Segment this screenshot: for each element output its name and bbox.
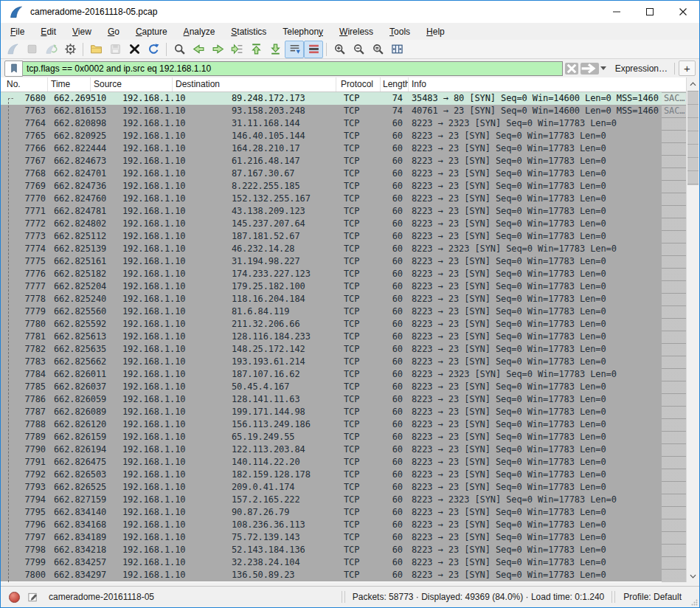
menu-analyze[interactable]: Analyze: [176, 24, 223, 39]
packet-row[interactable]: 7770662.824760192.168.1.10152.132.255.16…: [1, 193, 686, 205]
column-header-source[interactable]: Source: [91, 77, 173, 91]
zoom-out-button[interactable]: [349, 41, 368, 58]
column-header-destination[interactable]: Destination: [173, 77, 336, 91]
menu-statistics[interactable]: Statistics: [223, 24, 274, 39]
cell-info: 8223 → 23 [SYN] Seq=0 Win=17783 Len=0: [409, 180, 686, 193]
packet-row[interactable]: 7799662.834257192.168.1.1032.238.24.104T…: [1, 556, 686, 569]
maximize-button[interactable]: [633, 1, 666, 23]
colorize-packets-button[interactable]: [304, 41, 323, 58]
packet-row[interactable]: 7783662.825662192.168.1.10193.193.61.214…: [1, 356, 686, 368]
packet-row[interactable]: 7792662.826503192.168.1.10182.159.128.17…: [1, 469, 686, 481]
packet-row[interactable]: 7786662.826059192.168.1.10128.141.11.63T…: [1, 393, 686, 406]
menu-wireless[interactable]: Wireless: [331, 24, 381, 39]
cell-no: 7779: [1, 305, 48, 318]
packet-row[interactable]: 7778662.825240192.168.1.10118.16.204.184…: [1, 293, 686, 305]
packet-row[interactable]: 7793662.826525192.168.1.10209.0.41.174TC…: [1, 481, 686, 494]
packet-row[interactable]: 7775662.825161192.168.1.1031.194.98.227T…: [1, 255, 686, 268]
packet-row[interactable]: 7794662.827159192.168.1.10157.2.165.222T…: [1, 494, 686, 506]
column-header-length[interactable]: Length: [381, 77, 409, 91]
packet-row[interactable]: 7798662.834218192.168.1.1052.143.184.136…: [1, 544, 686, 556]
packet-row[interactable]: 7782662.825635192.168.1.10148.25.172.142…: [1, 343, 686, 356]
go-last-packet-button[interactable]: [266, 41, 285, 58]
restart-capture-button[interactable]: [41, 41, 60, 58]
scrollbar-thumb[interactable]: [687, 91, 699, 185]
go-first-packet-button[interactable]: [246, 41, 266, 58]
menu-help[interactable]: Help: [418, 24, 453, 39]
packet-row[interactable]: 7776662.825182192.168.1.10174.233.227.12…: [1, 268, 686, 280]
packet-row[interactable]: 7795662.834140192.168.1.1090.87.26.79TCP…: [1, 506, 686, 519]
vertical-scrollbar[interactable]: [686, 77, 699, 582]
save-file-button[interactable]: [105, 41, 125, 58]
packet-row[interactable]: 7771662.824781192.168.1.1043.138.209.123…: [1, 205, 686, 218]
minimize-button[interactable]: [600, 1, 633, 23]
apply-filter-button[interactable]: [581, 63, 599, 75]
packet-row[interactable]: 7769662.824736192.168.1.108.222.255.185T…: [1, 180, 686, 193]
packet-row[interactable]: 7790662.826194192.168.1.10122.113.203.84…: [1, 443, 686, 456]
packet-row[interactable]: 7774662.825139192.168.1.1046.232.14.28TC…: [1, 243, 686, 255]
window-resize-grip[interactable]: [689, 587, 699, 607]
filter-bookmark-button[interactable]: [4, 61, 23, 77]
display-filter-input[interactable]: [23, 61, 563, 76]
open-file-button[interactable]: [86, 41, 105, 58]
scrollbar-down-button[interactable]: [687, 570, 699, 582]
column-header-protocol[interactable]: Protocol: [336, 77, 381, 91]
packet-row[interactable]: 7765662.820925192.168.1.10146.40.105.144…: [1, 130, 686, 142]
filter-history-dropdown[interactable]: [599, 63, 609, 75]
packet-row[interactable]: 7773662.825112192.168.1.10187.181.52.67T…: [1, 230, 686, 243]
packet-row[interactable]: 7779662.825560192.168.1.1081.6.84.119TCP…: [1, 305, 686, 318]
start-capture-button[interactable]: [3, 41, 22, 58]
packet-row[interactable]: 7784662.826011192.168.1.10187.107.16.62T…: [1, 368, 686, 381]
column-header-time[interactable]: Time: [48, 77, 91, 91]
go-back-button[interactable]: [189, 41, 208, 58]
clear-filter-button[interactable]: [565, 63, 578, 75]
capture-comment-button[interactable]: [26, 590, 39, 604]
menu-capture[interactable]: Capture: [128, 24, 176, 39]
packet-row[interactable]: 7768662.824701192.168.1.1087.167.30.67TC…: [1, 167, 686, 180]
find-packet-button[interactable]: [170, 41, 189, 58]
packet-row[interactable]: 7767662.824673192.168.1.1061.216.48.147T…: [1, 155, 686, 167]
close-file-button[interactable]: [125, 41, 144, 58]
packet-row[interactable]: 7788662.826120192.168.1.10156.113.249.18…: [1, 418, 686, 431]
packet-row[interactable]: 7787662.826089192.168.1.10199.171.144.98…: [1, 406, 686, 418]
column-header-info[interactable]: Info: [409, 77, 686, 91]
go-to-packet-button[interactable]: [227, 41, 246, 58]
packet-row[interactable]: 7777662.825204192.168.1.10179.25.182.100…: [1, 280, 686, 293]
menu-view[interactable]: View: [64, 24, 100, 39]
packet-row[interactable]: 7766662.822444192.168.1.10164.28.210.17T…: [1, 142, 686, 155]
cell-protocol: TCP: [336, 268, 381, 280]
packet-row[interactable]: 7796662.834168192.168.1.10108.236.36.113…: [1, 519, 686, 531]
packet-row[interactable]: 7763662.816153192.168.1.1093.158.203.248…: [1, 105, 686, 117]
capture-options-button[interactable]: [60, 41, 80, 58]
packet-row[interactable]: 7781662.825613192.168.1.10128.116.184.23…: [1, 331, 686, 343]
go-forward-button[interactable]: [208, 41, 227, 58]
close-button[interactable]: [666, 1, 699, 23]
menu-edit[interactable]: Edit: [32, 24, 64, 39]
resize-columns-button[interactable]: [387, 41, 406, 58]
menu-telephony[interactable]: Telephony: [274, 24, 331, 39]
zoom-in-button[interactable]: [330, 41, 349, 58]
add-filter-button[interactable]: +: [679, 61, 696, 76]
menu-file[interactable]: File: [2, 24, 32, 39]
reload-file-button[interactable]: [144, 41, 163, 58]
packet-row[interactable]: 7791662.826475192.168.1.10140.114.22.20T…: [1, 456, 686, 469]
menu-go[interactable]: Go: [100, 24, 128, 39]
column-header-no[interactable]: No.: [1, 77, 48, 91]
auto-scroll-button[interactable]: [285, 41, 304, 58]
packet-row[interactable]: 7789662.826159192.168.1.1065.19.249.55TC…: [1, 431, 686, 443]
packet-row[interactable]: 7797662.834189192.168.1.1075.72.139.143T…: [1, 531, 686, 544]
packet-row[interactable]: 7800662.834297192.168.1.10136.50.89.23TC…: [1, 569, 686, 581]
packet-row[interactable]: 7772662.824802192.168.1.10145.237.207.64…: [1, 218, 686, 230]
packet-row[interactable]: 7680662.269510192.168.1.1089.248.172.173…: [1, 92, 686, 105]
zoom-normal-button[interactable]: [368, 41, 387, 58]
packet-row[interactable]: 7785662.826037192.168.1.1050.45.4.167TCP…: [1, 381, 686, 393]
cell-no: 7790: [1, 443, 48, 456]
expression-button[interactable]: Expression…: [609, 63, 674, 74]
profile-selector[interactable]: Profile: Default: [616, 592, 689, 602]
stop-capture-button[interactable]: [22, 41, 41, 58]
packet-row[interactable]: 7764662.820898192.168.1.1031.11.168.144T…: [1, 117, 686, 130]
menu-tools[interactable]: Tools: [381, 24, 418, 39]
expert-info-button[interactable]: [7, 590, 21, 604]
cell-length: 60: [381, 406, 409, 418]
packet-row[interactable]: 7780662.825592192.168.1.10211.32.206.66T…: [1, 318, 686, 331]
scrollbar-up-button[interactable]: [687, 77, 699, 90]
